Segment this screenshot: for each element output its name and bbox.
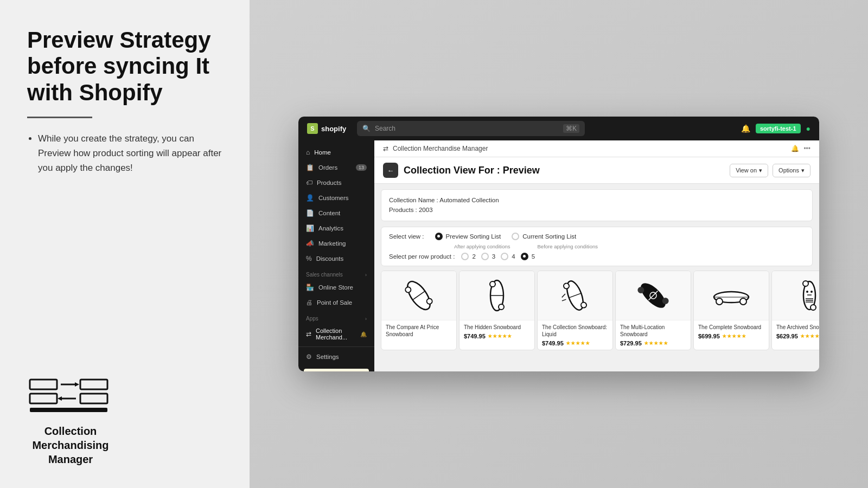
sidebar-item-online-store[interactable]: 🏪 Online Store [298, 280, 374, 295]
svg-line-21 [561, 294, 566, 297]
store-status-icon: ● [806, 124, 810, 133]
product-card[interactable]: The Collection Snowboard: Liquid $749.95… [537, 271, 613, 350]
product-card[interactable]: The Complete Snowboard $699.95 ★★★★★ [693, 271, 769, 350]
per-row-options: 2 3 4 5 [461, 253, 535, 260]
sidebar-settings-section: ⚙ Settings [298, 346, 374, 364]
sidebar-item-orders[interactable]: 📋 Orders 13 [298, 160, 374, 175]
per-row-label: Select per row product : [389, 253, 455, 260]
sidebar-item-label: Point of Sale [317, 299, 352, 306]
preview-sorting-radio[interactable] [435, 233, 443, 240]
shopify-logo: S shopify [307, 123, 350, 134]
sidebar-item-content[interactable]: 📄 Content [298, 206, 374, 221]
sidebar-item-label: Online Store [318, 284, 353, 291]
shopify-topbar: S shopify 🔍 Search ⌘K 🔔 sortyfi-test-1 ● [298, 117, 819, 140]
product-card[interactable]: The Hidden Snowboard $749.95 ★★★★★ [459, 271, 535, 350]
product-card[interactable]: The Archived Snowboard $629.95 ★★★★★ [771, 271, 819, 350]
per-row-4-radio[interactable] [501, 253, 508, 260]
preview-sorting-option[interactable]: Preview Sorting List [435, 233, 501, 240]
sidebar-item-label: Home [314, 149, 331, 156]
sidebar-item-label: Orders [318, 164, 337, 171]
stars: ★★★★★ [566, 341, 590, 346]
sidebar-item-discounts[interactable]: % Discounts [298, 251, 374, 266]
sidebar-item-label: Settings [316, 354, 339, 360]
product-info: The Archived Snowboard $629.95 ★★★★★ [772, 320, 819, 343]
left-panel: Preview Strategy before syncing It with … [0, 0, 250, 488]
app-branding: Collection Merchandising Manager [27, 373, 222, 466]
per-row-3[interactable]: 3 [481, 253, 495, 260]
view-on-button[interactable]: View on ▾ [730, 164, 768, 177]
sidebar-item-customers[interactable]: 👤 Customers [298, 190, 374, 206]
pos-icon: 🖨 [306, 299, 312, 306]
apps-section: Apps › [298, 310, 374, 324]
sidebar-item-label: Collection Merchand... [316, 328, 355, 341]
product-price: $749.95 ★★★★★ [542, 340, 608, 346]
sidebar-item-marketing[interactable]: 📣 Marketing [298, 236, 374, 251]
view-selector: Select view : Preview Sorting List Curre… [381, 227, 813, 266]
per-row-2-radio[interactable] [461, 253, 469, 260]
per-row-5[interactable]: 5 [521, 253, 535, 260]
products-grid: The Compare At Price Snowboard [374, 266, 819, 355]
orders-icon: 📋 [306, 164, 314, 171]
right-panel: S shopify 🔍 Search ⌘K 🔔 sortyfi-test-1 ●… [250, 0, 868, 488]
product-price: $749.95 ★★★★★ [464, 333, 530, 339]
per-row-5-radio[interactable] [521, 253, 528, 260]
collection-actions: View on ▾ Options ▾ [730, 164, 810, 177]
product-name: The Multi-Location Snowboard [620, 324, 686, 338]
product-info: The Collection Snowboard: Liquid $749.95… [538, 320, 612, 350]
sidebar-item-label: Marketing [318, 240, 346, 247]
bell-icon[interactable]: 🔔 [741, 124, 750, 133]
options-button[interactable]: Options ▾ [773, 164, 810, 177]
stars: ★★★★★ [488, 333, 512, 339]
current-sorting-radio[interactable] [512, 233, 519, 240]
preview-sorting-sublabel: After applying conditions [454, 243, 510, 249]
svg-marker-5 [58, 396, 62, 401]
sidebar-item-label: Content [318, 210, 340, 216]
product-name: The Hidden Snowboard [464, 324, 530, 331]
content-header: ⇄ Collection Merchandise Manager 🔔 ••• [374, 140, 819, 157]
svg-rect-1 [30, 394, 57, 403]
product-card[interactable]: The Compare At Price Snowboard [381, 271, 457, 350]
sidebar-warning: ℹ️ Non-transferable Checkout and Custome… [304, 369, 369, 371]
current-sorting-option[interactable]: Current Sorting List [512, 233, 576, 240]
product-info: The Compare At Price Snowboard [381, 320, 456, 343]
sidebar-item-products[interactable]: 🏷 Products [298, 175, 374, 190]
collection-view-title: Collection View For : Preview [404, 165, 540, 176]
back-button[interactable]: ← [383, 163, 398, 178]
svg-line-22 [562, 299, 566, 301]
bell-header-icon[interactable]: 🔔 [791, 145, 799, 152]
orders-badge: 13 [356, 164, 367, 171]
chevron-down-icon: ▾ [759, 167, 762, 174]
products-icon: 🏷 [306, 179, 312, 187]
sidebar-item-collection-merch[interactable]: ⇄ Collection Merchand... 🔔 [298, 324, 374, 344]
search-bar[interactable]: 🔍 Search ⌘K [357, 121, 585, 136]
divider [27, 117, 92, 118]
per-row-4[interactable]: 4 [501, 253, 515, 260]
sidebar-item-home[interactable]: ⌂ Home [298, 145, 374, 160]
home-icon: ⌂ [306, 149, 310, 156]
svg-point-36 [810, 291, 813, 293]
more-options-icon[interactable]: ••• [803, 145, 810, 152]
products-count: Products : 2003 [389, 205, 805, 215]
sidebar-item-settings[interactable]: ⚙ Settings [298, 349, 374, 364]
sidebar-item-pos[interactable]: 🖨 Point of Sale [298, 295, 374, 310]
chevron-right-icon: › [365, 316, 367, 322]
shopify-main: ⌂ Home 📋 Orders 13 🏷 Products 👤 Customer… [298, 140, 819, 371]
content-header-right: 🔔 ••• [791, 145, 810, 152]
content-header-left: ⇄ Collection Merchandise Manager [383, 145, 488, 152]
shopify-logo-icon: S [307, 123, 318, 134]
store-badge: sortyfi-test-1 [756, 124, 801, 133]
chevron-down-icon: ▾ [801, 167, 805, 174]
current-sorting-label: Current Sorting List [522, 233, 576, 240]
store-icon: 🏪 [306, 284, 314, 291]
svg-point-14 [490, 281, 495, 287]
per-row-2[interactable]: 2 [461, 253, 475, 260]
product-card[interactable]: The Multi-Location Snowboard $729.95 ★★★… [615, 271, 691, 350]
stars: ★★★★★ [800, 333, 819, 339]
product-image [381, 271, 456, 320]
app-name-label: Collection Merchandising Manager [27, 424, 114, 466]
product-price: $629.95 ★★★★★ [776, 333, 819, 339]
product-price: $729.95 ★★★★★ [620, 340, 686, 346]
header-app-icon: ⇄ [383, 145, 388, 152]
per-row-3-radio[interactable] [481, 253, 489, 260]
sidebar-item-analytics[interactable]: 📊 Analytics [298, 221, 374, 236]
